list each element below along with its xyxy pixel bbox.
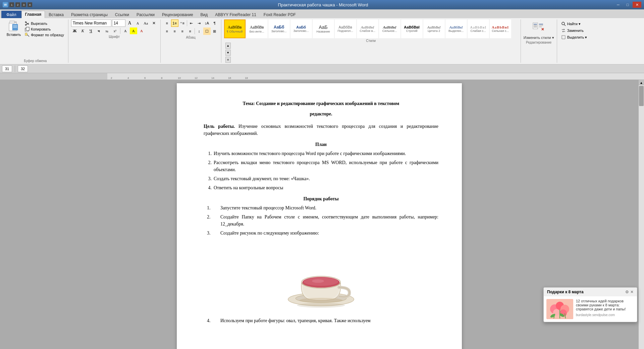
tab-page-layout[interactable]: Разметка страницы (67, 11, 111, 18)
copy-label: Копировать (31, 27, 51, 31)
ruler: 2 4 6 8 10 12 14 16 18 (0, 73, 644, 80)
ribbon: Файл Главная Вставка Разметка страницы С… (0, 9, 644, 64)
plan-content-3: Создать текстовый документ, по теме: «Ча… (214, 175, 438, 182)
replace-label: Заменить (567, 29, 584, 33)
svg-point-28 (300, 298, 343, 303)
style-intense-ref[interactable]: AaBbВвI Сильная с... (490, 19, 511, 38)
format-painter-button[interactable]: Формат по образцу (23, 32, 65, 38)
clipboard-group: Вставить Вырезать Копировать Формат по о… (3, 19, 68, 63)
tab-insert[interactable]: Вставка (45, 11, 67, 18)
superscript-button[interactable]: x² (111, 28, 119, 34)
font-color-button[interactable]: А (138, 28, 145, 34)
highlight-button[interactable]: А (130, 28, 137, 34)
maximize-button[interactable]: □ (623, 2, 632, 8)
tab-mailings[interactable]: Рассылки (133, 11, 158, 18)
styles-group: AaBбВв ¶ Обычный AaBбВв Без инте... АаБб… (221, 19, 521, 63)
order-content-4: Используем при работе фигуры: овал, трап… (220, 317, 438, 324)
notification-settings-button[interactable]: ⚙ (625, 290, 629, 294)
document-scroll[interactable]: Тема: Создание и редактирование графичес… (0, 80, 639, 349)
style-no-spacing[interactable]: AaBбВв Без инте... (246, 19, 268, 38)
borders-button[interactable]: ⊞ (211, 28, 218, 35)
numbering-button[interactable]: 1≡ (171, 19, 178, 27)
doc-goal: Цель работы. Изучение основных возможнос… (204, 123, 438, 137)
style-quote[interactable]: AaBbВвI Цитата 2 (423, 19, 445, 38)
style-subtle-em[interactable]: AaBbВвI Слабое в... (357, 19, 378, 38)
italic-button[interactable]: К (79, 28, 87, 34)
notification-title: Подарки к 8 марта (547, 290, 584, 294)
style-strong[interactable]: AaBбВвI Строгий (401, 19, 423, 38)
style-emphasis[interactable]: AaBbВвI Сильное... (379, 19, 400, 38)
doc-title-line2: редакторе. (204, 110, 438, 117)
paste-button[interactable]: Вставить (5, 19, 22, 37)
style-title[interactable]: AaБ Название (313, 19, 334, 38)
font-name-input[interactable] (71, 19, 111, 27)
style-normal[interactable]: AaBбВв ¶ Обычный (224, 19, 246, 38)
underline-button[interactable]: Ч (87, 28, 95, 34)
text-effect-button[interactable]: А (122, 28, 129, 34)
multilevel-button[interactable]: ⁼≡ (179, 19, 186, 27)
style-subtle-ref[interactable]: AaBbВвI Слабая с... (468, 19, 489, 38)
scroll-styles-up[interactable]: ▲ (225, 43, 231, 49)
find-label: Найти ▾ (567, 22, 581, 26)
increase-indent-button[interactable]: ⇥ (196, 19, 203, 27)
strikethrough-button[interactable]: ч (95, 28, 103, 34)
svg-point-29 (297, 303, 345, 308)
font-shrink-button[interactable]: A (134, 19, 142, 27)
order-item-4: 4. Используем при работе фигуры: овал, т… (204, 317, 438, 324)
tab-home[interactable]: Главная (21, 11, 45, 18)
svg-point-18 (562, 22, 565, 25)
svg-point-26 (312, 279, 324, 283)
style-heading2[interactable]: АаБб Заголово... (290, 19, 312, 38)
notification-close-button[interactable]: ✕ (630, 290, 634, 294)
change-case-button[interactable]: Aa (142, 19, 150, 27)
replace-button[interactable]: Заменить (560, 28, 589, 34)
line-spacing-button[interactable]: ↕ (196, 28, 203, 35)
select-button[interactable]: Выделить ▾ (560, 34, 589, 40)
bullets-button[interactable]: ≡ (163, 19, 171, 27)
decrease-indent-button[interactable]: ⇤ (188, 19, 195, 27)
clipboard-row: Вставить Вырезать Копировать Формат по о… (5, 19, 65, 58)
tab-references[interactable]: Ссылки (111, 11, 133, 18)
copy-button[interactable]: Копировать (23, 27, 65, 32)
find-button[interactable]: Найти ▾ (560, 21, 589, 27)
change-styles-button[interactable]: Изменить стили ▾ (524, 36, 554, 40)
editing-group: Найти ▾ Заменить Выделить ▾ (557, 19, 591, 63)
svg-line-19 (564, 24, 566, 26)
clear-format-button[interactable]: ✕ (150, 19, 158, 27)
font-size-input[interactable] (112, 19, 125, 27)
extra-toolbar: 31 32 (0, 64, 644, 73)
font-grow-button[interactable]: A (126, 19, 133, 27)
scroll-up-button[interactable]: ▲ (639, 80, 644, 85)
tab-view[interactable]: Вид (197, 11, 212, 18)
tab-file[interactable]: Файл (1, 11, 21, 18)
app-icons: W 1 2 3 4 (3, 2, 32, 7)
minimize-button[interactable]: ─ (614, 2, 623, 8)
shading-button[interactable]: ☐ (203, 28, 211, 35)
font-label: Шрифт (71, 35, 158, 39)
sort-button[interactable]: ↕A (203, 19, 211, 27)
scroll-thumb[interactable] (639, 86, 644, 106)
ribbon-tabs: Файл Главная Вставка Разметка страницы С… (0, 9, 644, 18)
tab-abbyy[interactable]: ABBYY FineReader 11 (211, 11, 260, 18)
align-center-button[interactable]: ≡ (171, 28, 178, 35)
tab-review[interactable]: Рецензирование (158, 11, 197, 18)
bold-button[interactable]: Ж (71, 28, 78, 34)
scroll-styles-down[interactable]: ▼ (225, 50, 231, 56)
style-intense-em[interactable]: AaBбВвI Выделен... (445, 19, 467, 38)
tab-foxit[interactable]: Foxit Reader PDF (260, 11, 300, 18)
clipboard-label: Буфер обмена (5, 59, 65, 63)
style-heading1[interactable]: АаБб Заголово... (268, 19, 290, 38)
cut-button[interactable]: Вырезать (23, 21, 65, 26)
show-marks-button[interactable]: ¶ (211, 19, 218, 27)
notification-image (546, 299, 573, 319)
plan-num-3: 3. (204, 175, 214, 182)
subscript-button[interactable]: x₂ (103, 28, 111, 34)
close-button[interactable]: ✕ (633, 2, 641, 8)
align-right-button[interactable]: ≡ (179, 28, 186, 35)
order-item-2: 2. Создайте Папку на Рабочем столе с име… (204, 213, 438, 228)
align-justify-button[interactable]: ≡ (186, 28, 194, 35)
align-left-button[interactable]: ≡ (163, 28, 171, 35)
style-subtitle[interactable]: AaBбВв Подзагол... (335, 19, 356, 38)
more-styles-button[interactable]: ≡ (225, 57, 231, 63)
vertical-scrollbar[interactable]: ▲ ▼ (639, 80, 644, 349)
